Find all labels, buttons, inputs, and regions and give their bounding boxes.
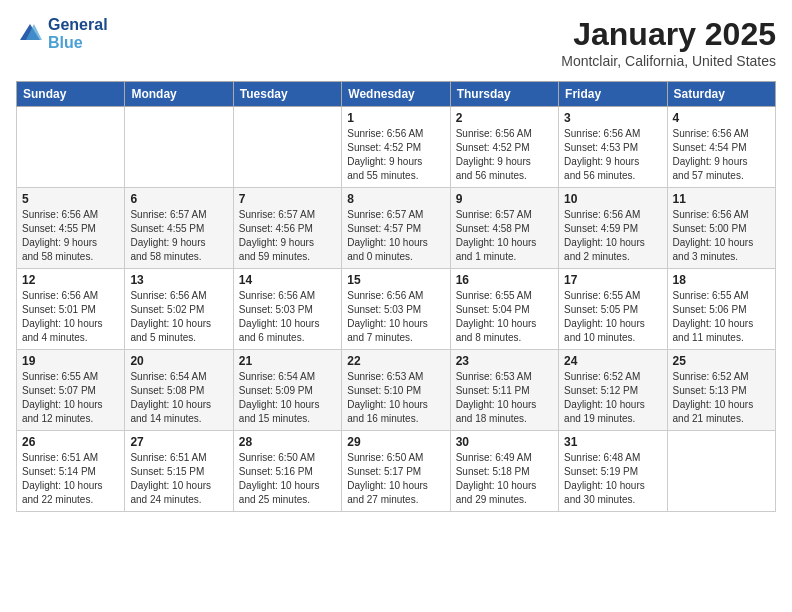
logo-icon: [16, 20, 44, 48]
day-number: 2: [456, 111, 553, 125]
calendar-cell: 8Sunrise: 6:57 AM Sunset: 4:57 PM Daylig…: [342, 188, 450, 269]
calendar-cell: 22Sunrise: 6:53 AM Sunset: 5:10 PM Dayli…: [342, 350, 450, 431]
day-number: 27: [130, 435, 227, 449]
calendar-week-row: 12Sunrise: 6:56 AM Sunset: 5:01 PM Dayli…: [17, 269, 776, 350]
location: Montclair, California, United States: [561, 53, 776, 69]
calendar-cell: 14Sunrise: 6:56 AM Sunset: 5:03 PM Dayli…: [233, 269, 341, 350]
day-info: Sunrise: 6:57 AM Sunset: 4:56 PM Dayligh…: [239, 208, 336, 264]
day-number: 10: [564, 192, 661, 206]
day-info: Sunrise: 6:56 AM Sunset: 5:01 PM Dayligh…: [22, 289, 119, 345]
day-info: Sunrise: 6:56 AM Sunset: 4:55 PM Dayligh…: [22, 208, 119, 264]
calendar-week-row: 5Sunrise: 6:56 AM Sunset: 4:55 PM Daylig…: [17, 188, 776, 269]
day-number: 3: [564, 111, 661, 125]
day-number: 6: [130, 192, 227, 206]
day-number: 26: [22, 435, 119, 449]
calendar-cell: 30Sunrise: 6:49 AM Sunset: 5:18 PM Dayli…: [450, 431, 558, 512]
day-info: Sunrise: 6:55 AM Sunset: 5:07 PM Dayligh…: [22, 370, 119, 426]
calendar-cell: 16Sunrise: 6:55 AM Sunset: 5:04 PM Dayli…: [450, 269, 558, 350]
day-info: Sunrise: 6:56 AM Sunset: 4:52 PM Dayligh…: [456, 127, 553, 183]
day-number: 31: [564, 435, 661, 449]
day-header-saturday: Saturday: [667, 82, 775, 107]
day-number: 18: [673, 273, 770, 287]
day-info: Sunrise: 6:56 AM Sunset: 4:52 PM Dayligh…: [347, 127, 444, 183]
day-number: 28: [239, 435, 336, 449]
calendar-cell: 13Sunrise: 6:56 AM Sunset: 5:02 PM Dayli…: [125, 269, 233, 350]
calendar-header-row: SundayMondayTuesdayWednesdayThursdayFrid…: [17, 82, 776, 107]
calendar-week-row: 19Sunrise: 6:55 AM Sunset: 5:07 PM Dayli…: [17, 350, 776, 431]
day-number: 11: [673, 192, 770, 206]
calendar-cell: 15Sunrise: 6:56 AM Sunset: 5:03 PM Dayli…: [342, 269, 450, 350]
calendar-cell: 9Sunrise: 6:57 AM Sunset: 4:58 PM Daylig…: [450, 188, 558, 269]
day-info: Sunrise: 6:50 AM Sunset: 5:16 PM Dayligh…: [239, 451, 336, 507]
day-info: Sunrise: 6:52 AM Sunset: 5:13 PM Dayligh…: [673, 370, 770, 426]
day-number: 8: [347, 192, 444, 206]
day-number: 5: [22, 192, 119, 206]
day-info: Sunrise: 6:52 AM Sunset: 5:12 PM Dayligh…: [564, 370, 661, 426]
calendar-cell: 19Sunrise: 6:55 AM Sunset: 5:07 PM Dayli…: [17, 350, 125, 431]
calendar-cell: 4Sunrise: 6:56 AM Sunset: 4:54 PM Daylig…: [667, 107, 775, 188]
calendar-week-row: 26Sunrise: 6:51 AM Sunset: 5:14 PM Dayli…: [17, 431, 776, 512]
day-info: Sunrise: 6:56 AM Sunset: 4:53 PM Dayligh…: [564, 127, 661, 183]
calendar-cell: [233, 107, 341, 188]
calendar-cell: 29Sunrise: 6:50 AM Sunset: 5:17 PM Dayli…: [342, 431, 450, 512]
calendar-cell: 3Sunrise: 6:56 AM Sunset: 4:53 PM Daylig…: [559, 107, 667, 188]
calendar-cell: 27Sunrise: 6:51 AM Sunset: 5:15 PM Dayli…: [125, 431, 233, 512]
calendar-cell: 25Sunrise: 6:52 AM Sunset: 5:13 PM Dayli…: [667, 350, 775, 431]
day-number: 30: [456, 435, 553, 449]
day-info: Sunrise: 6:56 AM Sunset: 4:59 PM Dayligh…: [564, 208, 661, 264]
day-info: Sunrise: 6:55 AM Sunset: 5:05 PM Dayligh…: [564, 289, 661, 345]
day-info: Sunrise: 6:49 AM Sunset: 5:18 PM Dayligh…: [456, 451, 553, 507]
day-number: 23: [456, 354, 553, 368]
day-number: 9: [456, 192, 553, 206]
day-number: 19: [22, 354, 119, 368]
day-number: 1: [347, 111, 444, 125]
day-info: Sunrise: 6:56 AM Sunset: 5:00 PM Dayligh…: [673, 208, 770, 264]
day-info: Sunrise: 6:54 AM Sunset: 5:09 PM Dayligh…: [239, 370, 336, 426]
day-info: Sunrise: 6:54 AM Sunset: 5:08 PM Dayligh…: [130, 370, 227, 426]
calendar-table: SundayMondayTuesdayWednesdayThursdayFrid…: [16, 81, 776, 512]
logo-text-line1: General: [48, 16, 108, 34]
day-number: 4: [673, 111, 770, 125]
day-number: 20: [130, 354, 227, 368]
day-number: 12: [22, 273, 119, 287]
calendar-cell: 23Sunrise: 6:53 AM Sunset: 5:11 PM Dayli…: [450, 350, 558, 431]
day-info: Sunrise: 6:51 AM Sunset: 5:14 PM Dayligh…: [22, 451, 119, 507]
calendar-cell: [667, 431, 775, 512]
logo: General Blue: [16, 16, 108, 51]
calendar-cell: [125, 107, 233, 188]
day-info: Sunrise: 6:48 AM Sunset: 5:19 PM Dayligh…: [564, 451, 661, 507]
calendar-cell: 10Sunrise: 6:56 AM Sunset: 4:59 PM Dayli…: [559, 188, 667, 269]
calendar-cell: 7Sunrise: 6:57 AM Sunset: 4:56 PM Daylig…: [233, 188, 341, 269]
day-header-tuesday: Tuesday: [233, 82, 341, 107]
month-title: January 2025: [561, 16, 776, 53]
title-block: January 2025 Montclair, California, Unit…: [561, 16, 776, 69]
calendar-cell: 18Sunrise: 6:55 AM Sunset: 5:06 PM Dayli…: [667, 269, 775, 350]
calendar-cell: 24Sunrise: 6:52 AM Sunset: 5:12 PM Dayli…: [559, 350, 667, 431]
day-number: 14: [239, 273, 336, 287]
calendar-cell: 20Sunrise: 6:54 AM Sunset: 5:08 PM Dayli…: [125, 350, 233, 431]
day-info: Sunrise: 6:53 AM Sunset: 5:11 PM Dayligh…: [456, 370, 553, 426]
day-info: Sunrise: 6:56 AM Sunset: 5:03 PM Dayligh…: [347, 289, 444, 345]
calendar-cell: 17Sunrise: 6:55 AM Sunset: 5:05 PM Dayli…: [559, 269, 667, 350]
calendar-cell: 6Sunrise: 6:57 AM Sunset: 4:55 PM Daylig…: [125, 188, 233, 269]
day-header-sunday: Sunday: [17, 82, 125, 107]
day-info: Sunrise: 6:56 AM Sunset: 4:54 PM Dayligh…: [673, 127, 770, 183]
day-number: 22: [347, 354, 444, 368]
day-number: 15: [347, 273, 444, 287]
calendar-cell: 12Sunrise: 6:56 AM Sunset: 5:01 PM Dayli…: [17, 269, 125, 350]
day-info: Sunrise: 6:53 AM Sunset: 5:10 PM Dayligh…: [347, 370, 444, 426]
day-info: Sunrise: 6:56 AM Sunset: 5:03 PM Dayligh…: [239, 289, 336, 345]
calendar-cell: 28Sunrise: 6:50 AM Sunset: 5:16 PM Dayli…: [233, 431, 341, 512]
day-info: Sunrise: 6:55 AM Sunset: 5:06 PM Dayligh…: [673, 289, 770, 345]
day-number: 25: [673, 354, 770, 368]
day-number: 21: [239, 354, 336, 368]
day-number: 13: [130, 273, 227, 287]
day-info: Sunrise: 6:57 AM Sunset: 4:58 PM Dayligh…: [456, 208, 553, 264]
day-number: 24: [564, 354, 661, 368]
day-info: Sunrise: 6:57 AM Sunset: 4:55 PM Dayligh…: [130, 208, 227, 264]
calendar-cell: 5Sunrise: 6:56 AM Sunset: 4:55 PM Daylig…: [17, 188, 125, 269]
day-header-wednesday: Wednesday: [342, 82, 450, 107]
calendar-cell: 1Sunrise: 6:56 AM Sunset: 4:52 PM Daylig…: [342, 107, 450, 188]
day-info: Sunrise: 6:50 AM Sunset: 5:17 PM Dayligh…: [347, 451, 444, 507]
calendar-cell: 26Sunrise: 6:51 AM Sunset: 5:14 PM Dayli…: [17, 431, 125, 512]
